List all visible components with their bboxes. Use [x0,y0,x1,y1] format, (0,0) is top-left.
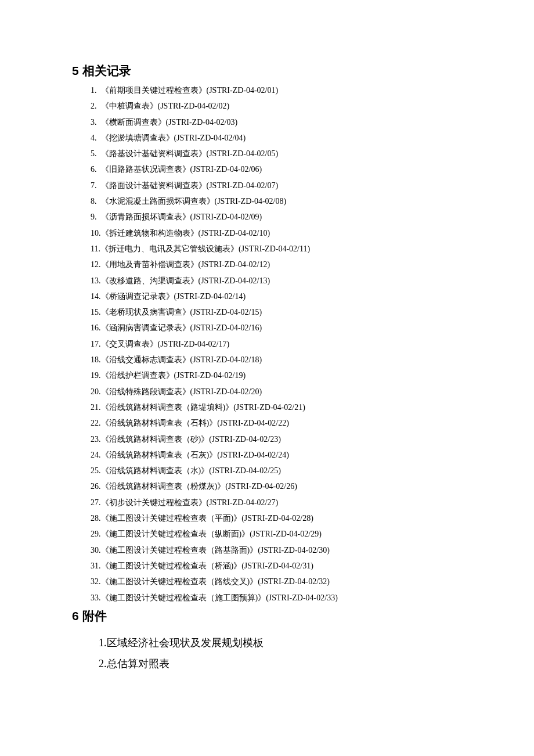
record-item: 13.《改移道路、沟渠调查表》(JSTRI-ZD-04-02/13) [91,273,476,289]
attachment-item: 2.总估算对照表 [99,653,476,674]
record-item-text: 《横断面调查表》(JSTRI-ZD-04-02/03) [101,118,238,127]
section-5-records: 5 相关记录 1. 《前期项目关键过程检查表》(JSTRI-ZD-04-02/0… [74,63,476,606]
record-item-number: 23. [91,431,101,447]
record-item-number: 21. [91,399,101,415]
attachment-item-number: 1. [99,637,107,649]
record-item-text: 《初步设计关键过程检查表》(JSTRI-ZD-04-02/27) [101,498,279,507]
record-item-number: 24. [91,447,101,463]
record-item: 30.《施工图设计关键过程检查表（路基路面)》(JSTRI-ZD-04-02/3… [91,542,476,558]
record-item-text: 《沿线筑路材料调查表（路堤填料)》(JSTRI-ZD-04-02/21) [101,403,305,412]
record-item-text: 《沿线筑路材料调查表（砂)》(JSTRI-ZD-04-02/23) [101,435,281,444]
record-item: 1. 《前期项目关键过程检查表》(JSTRI-ZD-04-02/01) [91,82,476,98]
record-item-number: 2. [91,98,97,114]
record-item-text: 《前期项目关键过程检查表》(JSTRI-ZD-04-02/01) [101,86,279,95]
record-item: 16.《涵洞病害调查记录表》(JSTRI-ZD-04-02/16) [91,320,476,336]
record-item: 4. 《挖淤填塘调查表》(JSTRI-ZD-04-02/04) [91,130,476,146]
record-item-number: 10. [91,225,101,241]
record-item: 32.《施工图设计关键过程检查表（路线交叉)》(JSTRI-ZD-04-02/3… [91,574,476,589]
record-item-number: 29. [91,526,101,542]
record-item: 2. 《中桩调查表》(JSTRI-ZD-04-02/02) [91,98,476,114]
record-item-text: 《施工图设计关键过程检查表（平面)》(JSTRI-ZD-04-02/28) [101,514,313,523]
record-item: 8. 《水泥混凝土路面损坏调查表》(JSTRI-ZD-04-02/08) [91,193,476,209]
record-item-number: 19. [91,368,101,383]
attachment-list: 1.区域经济社会现状及发展规划模板2.总估算对照表 [74,632,476,674]
record-item-text: 《水泥混凝土路面损坏调查表》(JSTRI-ZD-04-02/08) [101,197,287,206]
record-item-number: 15. [91,304,101,320]
record-item-number: 13. [91,273,101,289]
attachment-item-number: 2. [99,658,107,669]
record-item: 28.《施工图设计关键过程检查表（平面)》(JSTRI-ZD-04-02/28) [91,510,476,526]
record-item: 25.《沿线筑路材料调查表（水)》(JSTRI-ZD-04-02/25) [91,463,476,478]
record-item-text: 《施工图设计关键过程检查表（路线交叉)》(JSTRI-ZD-04-02/32) [101,577,330,586]
record-item-number: 9. [91,209,97,225]
record-item: 33.《施工图设计关键过程检查表（施工图预算)》(JSTRI-ZD-04-02/… [91,590,476,606]
record-item-text: 《用地及青苗补偿调查表》(JSTRI-ZD-04-02/12) [101,260,270,269]
record-item-number: 22. [91,415,101,431]
record-item-number: 30. [91,542,101,558]
record-item-text: 《沿线特殊路段调查表》(JSTRI-ZD-04-02/20) [101,387,262,396]
record-item-text: 《路基设计基础资料调查表》(JSTRI-ZD-04-02/05) [101,149,279,158]
record-item: 31.《施工图设计关键过程检查表（桥涵)》(JSTRI-ZD-04-02/31) [91,558,476,574]
section-6-attachments: 6 附件 1.区域经济社会现状及发展规划模板2.总估算对照表 [74,608,476,674]
attachment-item-text: 总估算对照表 [107,658,169,669]
record-item: 22.《沿线筑路材料调查表（石料)》(JSTRI-ZD-04-02/22) [91,415,476,431]
record-item-text: 《老桥现状及病害调查》(JSTRI-ZD-04-02/15) [101,308,262,316]
record-item-text: 《沿线筑路材料调查表（石灰)》(JSTRI-ZD-04-02/24) [101,451,289,459]
record-item-text: 《沿线筑路材料调查表（水)》(JSTRI-ZD-04-02/25) [101,466,281,475]
record-item-number: 4. [91,130,97,146]
record-item-text: 《交叉调查表》(JSTRI-ZD-04-02/17) [101,340,230,348]
record-item: 26.《沿线筑路材料调查表（粉煤灰)》(JSTRI-ZD-04-02/26) [91,478,476,494]
record-item: 29.《施工图设计关键过程检查表（纵断面)》(JSTRI-ZD-04-02/29… [91,526,476,542]
record-item-number: 16. [91,320,101,336]
record-item-text: 《沿线护栏调查表》(JSTRI-ZD-04-02/19) [101,371,246,380]
section-6-heading: 6 附件 [72,608,476,624]
record-item: 9. 《沥青路面损坏调查表》(JSTRI-ZD-04-02/09) [91,209,476,225]
record-item: 6. 《旧路路基状况调查表》(JSTRI-ZD-04-02/06) [91,161,476,177]
record-item-text: 《拆迁建筑物和构造物表》(JSTRI-ZD-04-02/10) [101,229,270,237]
record-item-text: 《改移道路、沟渠调查表》(JSTRI-ZD-04-02/13) [101,276,270,285]
record-item-number: 28. [91,510,101,526]
record-item-text: 《旧路路基状况调查表》(JSTRI-ZD-04-02/06) [101,165,262,174]
record-item-text: 《施工图设计关键过程检查表（纵断面)》(JSTRI-ZD-04-02/29) [101,530,322,538]
record-item: 10.《拆迁建筑物和构造物表》(JSTRI-ZD-04-02/10) [91,225,476,241]
record-item-number: 17. [91,336,101,352]
section-5-heading: 5 相关记录 [72,63,476,79]
record-item-number: 27. [91,495,101,510]
record-item-number: 5. [91,146,97,161]
record-item-number: 8. [91,193,97,209]
record-item-text: 《施工图设计关键过程检查表（桥涵)》(JSTRI-ZD-04-02/31) [101,561,313,570]
record-item: 19.《沿线护栏调查表》(JSTRI-ZD-04-02/19) [91,368,476,383]
record-item: 23.《沿线筑路材料调查表（砂)》(JSTRI-ZD-04-02/23) [91,431,476,447]
record-item-number: 12. [91,257,101,272]
record-item-text: 《挖淤填塘调查表》(JSTRI-ZD-04-02/04) [101,134,246,142]
record-item-number: 7. [91,178,97,193]
record-item-text: 《沿线筑路材料调查表（石料)》(JSTRI-ZD-04-02/22) [101,419,289,427]
record-item-number: 11. [91,241,100,257]
record-item-number: 1. [91,82,97,98]
record-item: 15.《老桥现状及病害调查》(JSTRI-ZD-04-02/15) [91,304,476,320]
record-item-number: 31. [91,558,101,574]
record-item: 24.《沿线筑路材料调查表（石灰)》(JSTRI-ZD-04-02/24) [91,447,476,463]
record-item: 5. 《路基设计基础资料调查表》(JSTRI-ZD-04-02/05) [91,146,476,161]
attachment-item-text: 区域经济社会现状及发展规划模板 [107,637,264,649]
record-item-text: 《施工图设计关键过程检查表（路基路面)》(JSTRI-ZD-04-02/30) [101,546,330,555]
record-item-number: 3. [91,114,97,130]
record-item-number: 33. [91,590,101,606]
record-item-text: 《沿线交通标志调查表》(JSTRI-ZD-04-02/18) [101,355,262,364]
record-item-number: 26. [91,478,101,494]
record-item: 18.《沿线交通标志调查表》(JSTRI-ZD-04-02/18) [91,352,476,368]
record-item-number: 6. [91,161,97,177]
record-item-text: 《路面设计基础资料调查表》(JSTRI-ZD-04-02/07) [101,181,279,190]
record-list: 1. 《前期项目关键过程检查表》(JSTRI-ZD-04-02/01)2. 《中… [74,82,476,606]
record-item-number: 20. [91,384,101,399]
record-item-number: 32. [91,574,101,589]
record-item: 7. 《路面设计基础资料调查表》(JSTRI-ZD-04-02/07) [91,178,476,193]
record-item: 21.《沿线筑路材料调查表（路堤填料)》(JSTRI-ZD-04-02/21) [91,399,476,415]
record-item-text: 《拆迁电力、电讯及其它管线设施表》(JSTRI-ZD-04-02/11) [100,244,310,253]
record-item: 3. 《横断面调查表》(JSTRI-ZD-04-02/03) [91,114,476,130]
attachment-item: 1.区域经济社会现状及发展规划模板 [99,632,476,653]
record-item-number: 25. [91,463,101,478]
record-item-text: 《沥青路面损坏调查表》(JSTRI-ZD-04-02/09) [101,213,262,221]
record-item-text: 《涵洞病害调查记录表》(JSTRI-ZD-04-02/16) [101,323,262,332]
record-item: 17.《交叉调查表》(JSTRI-ZD-04-02/17) [91,336,476,352]
